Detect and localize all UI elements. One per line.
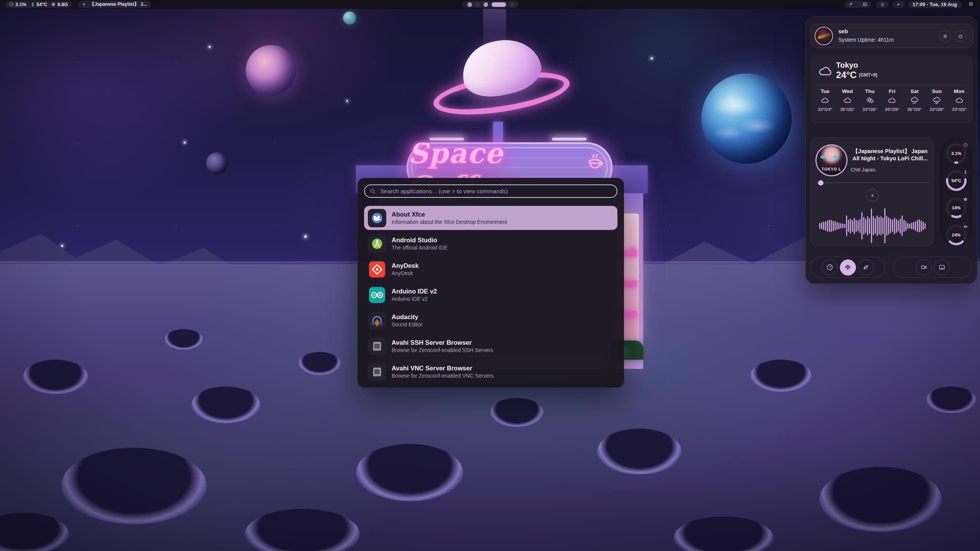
volume-button[interactable] xyxy=(892,1,905,8)
app-icon xyxy=(368,311,386,330)
app-icon xyxy=(368,363,386,381)
uptime-text: System Uptime: 4h11m xyxy=(838,37,893,43)
play-pause-button[interactable] xyxy=(866,189,879,202)
system-gauges: 3.1% 54°C 14% 24% xyxy=(939,137,973,246)
capture-group xyxy=(894,257,972,278)
app-menu-button[interactable] xyxy=(969,1,975,8)
sidebar-panel: seb System Uptime: 4h11m Tokyo 24°C(GMT+… xyxy=(805,16,977,284)
pause-icon xyxy=(82,2,87,7)
waveform-bar xyxy=(882,218,884,234)
progress-bar[interactable] xyxy=(815,182,929,183)
volume-icon xyxy=(896,2,901,7)
thermometer-icon xyxy=(30,2,35,7)
day-label: Mon xyxy=(954,88,965,94)
waveform-bar xyxy=(823,222,824,230)
waveform-bar xyxy=(844,224,845,228)
memory-value: 6.8G xyxy=(57,2,68,7)
waveform-bar xyxy=(907,223,908,229)
gauge: 3.1% xyxy=(945,142,968,165)
day-label: Wed xyxy=(842,88,853,94)
weather-timezone: (GMT+9) xyxy=(859,72,877,78)
weather-icon xyxy=(820,96,830,105)
waveform-bar xyxy=(829,220,830,232)
workspace-indicator[interactable] xyxy=(462,1,519,8)
waveform-bar xyxy=(924,223,926,229)
day-temps: 33°/26° xyxy=(929,107,944,112)
launcher-item[interactable]: Audacity Sound Editor xyxy=(364,308,617,333)
launcher-item[interactable]: Avahi VNC Server Browser Browse for Zero… xyxy=(364,360,617,384)
waveform-bar xyxy=(877,215,878,236)
launcher-list: About Xfce Information about the Xfce De… xyxy=(364,206,617,384)
screen-record-button[interactable] xyxy=(916,259,932,276)
tray-pill[interactable] xyxy=(844,1,871,8)
picture-icon[interactable] xyxy=(862,2,867,7)
forecast-day: Sun 33°/26° xyxy=(926,88,948,112)
tools-icon[interactable] xyxy=(848,2,853,7)
workspace-dot-empty[interactable] xyxy=(475,2,480,7)
search-bar[interactable] xyxy=(364,184,617,198)
workspace-dot-empty[interactable] xyxy=(510,2,514,7)
balanced-button[interactable] xyxy=(840,259,856,276)
launcher-item[interactable]: Avahi SSH Server Browser Browse for Zero… xyxy=(364,334,617,358)
clock-text: 17:09 - Tue, 19 Aug xyxy=(913,2,957,7)
notifications-button[interactable] xyxy=(876,1,889,8)
performance-button[interactable] xyxy=(822,259,838,276)
bell-icon xyxy=(880,2,885,7)
gauge: 24% xyxy=(945,223,968,246)
launcher-item[interactable]: Android Studio The official Android IDE xyxy=(364,231,617,256)
media-pill[interactable]: 【Japanese Playlist】 J... xyxy=(78,1,151,8)
workspace-dot-occupied[interactable] xyxy=(483,2,488,7)
day-temps: 36°/26° xyxy=(907,107,922,112)
waveform-bar xyxy=(854,218,855,234)
speedometer-icon xyxy=(826,264,833,271)
day-temps: 35°/26° xyxy=(885,107,899,112)
album-art: TOKYO L xyxy=(815,144,848,176)
power-button[interactable] xyxy=(954,30,966,42)
desktop: esh oon ans Space Coffee xyxy=(0,0,980,551)
settings-button[interactable] xyxy=(939,30,951,42)
launcher-item[interactable]: AnyDesk AnyDesk xyxy=(364,257,617,281)
waveform-bar xyxy=(894,218,895,234)
launcher-item[interactable]: Arduino IDE v2 Arduino IDE v2 xyxy=(364,283,617,307)
waveform-bar xyxy=(875,218,876,234)
chip-icon xyxy=(51,2,56,7)
waveform-bar xyxy=(819,223,820,229)
waveform-bar xyxy=(863,217,864,235)
waveform-bar xyxy=(896,219,897,233)
app-icon xyxy=(368,209,386,227)
clock[interactable]: 17:09 - Tue, 19 Aug xyxy=(908,1,962,8)
gauge-icon xyxy=(961,168,969,176)
forecast-day: Thu 33°/26° xyxy=(859,88,881,112)
app-description: Browse for Zeroconf-enabled SSH Servers xyxy=(392,347,493,354)
launcher-item[interactable]: About Xfce Information about the Xfce De… xyxy=(364,206,617,230)
waveform-bar xyxy=(890,218,891,233)
search-icon xyxy=(369,188,376,194)
waveform-bar xyxy=(900,218,901,233)
camera-icon xyxy=(920,264,928,271)
workspace-dot-occupied[interactable] xyxy=(467,2,472,7)
app-name: Arduino IDE v2 xyxy=(392,287,437,295)
workspace-dot-active[interactable] xyxy=(492,2,506,7)
cpu-value: 3.1% xyxy=(15,2,26,7)
system-stats-pill[interactable]: 3.1% 54°C 6.8G xyxy=(5,1,72,8)
gauge: 14% xyxy=(945,196,968,219)
gauge-icon xyxy=(961,141,969,149)
waveform-bar xyxy=(856,220,857,232)
app-description: Information about the Xfce Desktop Envir… xyxy=(392,218,507,225)
gear-icon xyxy=(942,33,948,39)
waveform-bar xyxy=(913,222,914,230)
weather-icon xyxy=(954,96,964,105)
powersave-button[interactable] xyxy=(858,259,874,276)
waveform-bar xyxy=(827,220,828,231)
screenshot-button[interactable] xyxy=(934,259,950,276)
waveform-bar xyxy=(909,223,910,228)
weather-icon xyxy=(843,96,853,105)
search-input[interactable] xyxy=(379,187,612,195)
waveform-bar xyxy=(859,219,861,233)
day-label: Thu xyxy=(865,88,875,94)
app-icon xyxy=(368,337,386,355)
weather-icon xyxy=(887,96,897,105)
weather-temp: 24°C(GMT+9) xyxy=(836,70,877,80)
progress-knob[interactable] xyxy=(818,180,823,186)
waveform-bar xyxy=(852,220,853,232)
